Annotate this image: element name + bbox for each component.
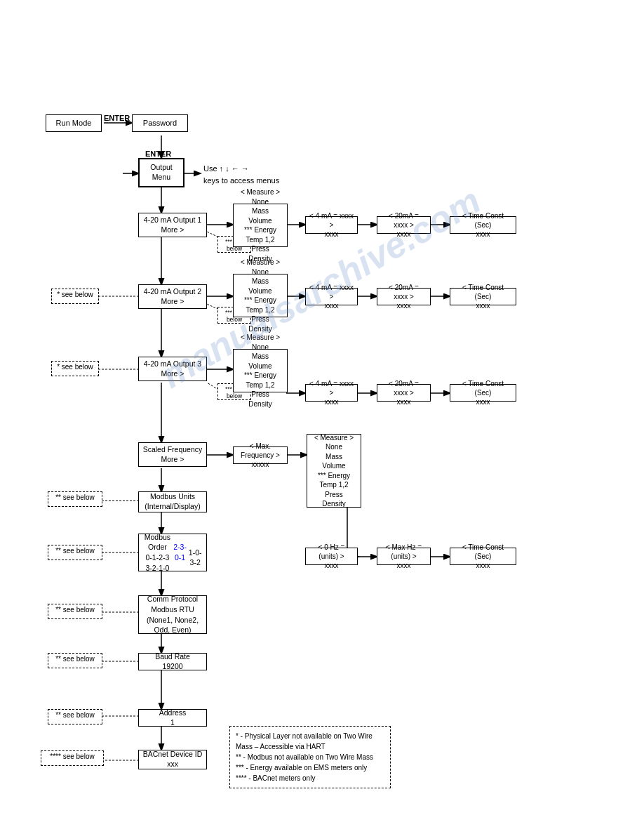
run-mode-box: Run Mode xyxy=(46,114,102,132)
output1-box: 4-20 mA Output 1More > xyxy=(138,213,207,237)
see-below-modbus-order: ** see below xyxy=(48,545,102,560)
legend-line-3: *** - Energy available on EMS meters onl… xyxy=(236,762,384,773)
measure3-box: < Measure >NoneMassVolume*** EnergyTemp … xyxy=(233,349,288,392)
twenty-ma1-box: < 20mA = xxxx >xxxx xyxy=(377,216,431,234)
modbus-units-box: Modbus Units(Internal/Display) xyxy=(138,491,207,512)
output-menu-box: OutputMenu xyxy=(138,158,185,187)
zero-hz-box: < 0 Hz = (units) >xxxx xyxy=(305,548,358,565)
output2-box: 4-20 mA Output 2More > xyxy=(138,284,207,309)
measure1-box: < Measure >NoneMassVolume*** EnergyTemp … xyxy=(233,204,288,247)
four-ma2-box: < 4 mA = xxxx >xxxx xyxy=(305,288,358,305)
enter-label-2: ENTER xyxy=(145,150,171,158)
output3-box: 4-20 mA Output 3More > xyxy=(138,357,207,381)
legend-line-1: * - Physical Layer not available on Two … xyxy=(236,731,384,752)
see-below-comm: ** see below xyxy=(48,604,102,619)
see-below-modbus-units: ** see below xyxy=(48,491,102,507)
time-const1-box: < Time Const (Sec)xxxx xyxy=(450,216,516,234)
legend-line-2: ** - Modbus not available on Two Wire Ma… xyxy=(236,752,384,762)
see-below-star2: * see below xyxy=(51,361,99,376)
comm-protocol-box: Comm ProtocolModbus RTU(None1, None2,Odd… xyxy=(138,595,207,634)
legend-box: * - Physical Layer not available on Two … xyxy=(229,726,391,788)
password-box: Password xyxy=(132,114,188,132)
baud-rate-box: Baud Rate19200 xyxy=(138,653,207,670)
scaled-freq-box: Scaled FrequencyMore > xyxy=(138,442,207,467)
legend-line-4: **** - BACnet meters only xyxy=(236,773,384,783)
see-below-address: ** see below xyxy=(48,709,102,724)
use-keys-label: Use ↑ ↓ ← → keys to access menus xyxy=(203,163,279,186)
bacnet-box: BACnet Device IDxxx xyxy=(138,750,207,769)
see-below-star1: * see below xyxy=(51,289,99,304)
twenty-ma2-box: < 20mA = xxxx >xxxx xyxy=(377,288,431,305)
measure-freq-box: < Measure >NoneMassVolume*** EnergyTemp … xyxy=(307,434,361,508)
enter-label-1: ENTER xyxy=(104,114,130,122)
time-const3-box: < Time Const (Sec)xxxx xyxy=(450,384,516,402)
max-freq-box: < Max. Frequency >xxxxx xyxy=(233,446,288,464)
four-ma3-box: < 4 mA = xxxx >xxxx xyxy=(305,384,358,402)
address-box: Address1 xyxy=(138,709,207,727)
four-ma1-box: < 4 mA = xxxx >xxxx xyxy=(305,216,358,234)
time-const2-box: < Time Const (Sec)xxxx xyxy=(450,288,516,305)
see-below-bacnet: **** see below xyxy=(41,750,104,766)
diagram-container: ENTER Run Mode Password ENTER OutputMenu… xyxy=(0,0,644,834)
measure2-box: < Measure >NoneMassVolume*** EnergyTemp … xyxy=(233,274,288,317)
max-hz-box: < Max Hz = (units) >xxxx xyxy=(377,548,431,565)
see-below-baud: ** see below xyxy=(48,653,102,668)
modbus-order-box: Modbus Order0-1-2-33-2-1-02-3-0-11-0-3-2 xyxy=(138,534,207,571)
twenty-ma3-box: < 20mA = xxxx >xxxx xyxy=(377,384,431,402)
time-const-hz-box: < Time Const (Sec)xxxx xyxy=(450,548,516,565)
